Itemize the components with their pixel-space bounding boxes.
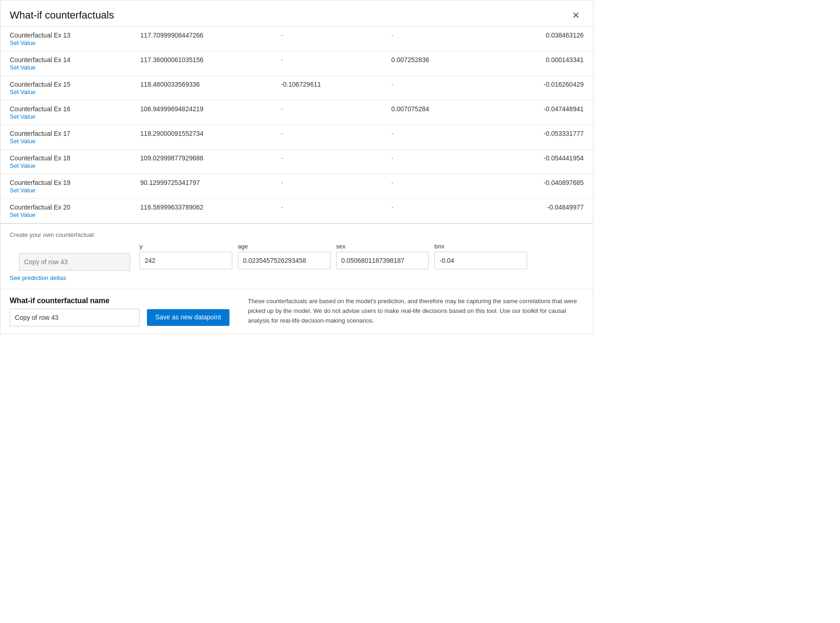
cf-col5: -0.047448941 — [492, 101, 593, 125]
field-label: y — [140, 243, 232, 250]
table-row: Counterfactual Ex 19 Set Value 90.129997… — [0, 174, 593, 199]
cf-col5: 0.000143341 — [492, 51, 593, 76]
field-label: bmi — [434, 243, 527, 250]
wif-name-input[interactable] — [10, 309, 140, 326]
name-save-row: Save as new datapoint — [10, 309, 229, 326]
save-button[interactable]: Save as new datapoint — [147, 309, 229, 326]
counterfactuals-table: Counterfactual Ex 13 Set Value 117.70999… — [0, 27, 593, 223]
cf-col5: -0.054441954 — [492, 150, 593, 174]
table-row: Counterfactual Ex 13 Set Value 117.70999… — [0, 27, 593, 51]
cf-col5: -0.04849977 — [492, 199, 593, 223]
cf-col5: 0.038463126 — [492, 27, 593, 51]
cf-col2: 116.58999633789062 — [131, 199, 272, 223]
cf-name-cell: Counterfactual Ex 17 Set Value — [0, 125, 131, 150]
cf-col3: -0.106729611 — [272, 76, 382, 101]
set-value-link[interactable]: Set Value — [10, 162, 35, 169]
set-value-link[interactable]: Set Value — [10, 89, 35, 95]
cf-col5: -0.053331777 — [492, 125, 593, 150]
field-label: age — [238, 243, 331, 250]
create-field-input[interactable] — [434, 252, 527, 269]
cf-col3: - — [272, 199, 382, 223]
cf-name-cell: Counterfactual Ex 16 Set Value — [0, 101, 131, 125]
cf-name: Counterfactual Ex 16 — [10, 105, 122, 113]
cf-col2: 117.70999908447266 — [131, 27, 272, 51]
cf-col3: - — [272, 174, 382, 199]
table-row: Counterfactual Ex 20 Set Value 116.58999… — [0, 199, 593, 223]
set-value-link[interactable]: Set Value — [10, 138, 35, 145]
cf-col3: - — [272, 27, 382, 51]
create-label: Create your own counterfactual: — [10, 231, 584, 238]
cf-col3: - — [272, 150, 382, 174]
cf-name: Counterfactual Ex 18 — [10, 154, 122, 162]
cf-name-cell: Counterfactual Ex 19 Set Value — [0, 174, 131, 199]
create-field-input[interactable] — [336, 252, 429, 269]
set-value-link[interactable]: Set Value — [10, 39, 35, 46]
cf-col4: - — [382, 150, 492, 174]
cf-col2: 118.29000091552734 — [131, 125, 272, 150]
panel-header: What-if counterfactuals ✕ — [0, 0, 593, 27]
panel-title: What-if counterfactuals — [10, 9, 114, 21]
create-field-col: y — [140, 243, 232, 269]
bottom-section: What-if counterfactual name Save as new … — [0, 289, 593, 334]
cf-name: Counterfactual Ex 14 — [10, 56, 122, 64]
cf-name: Counterfactual Ex 19 — [10, 179, 122, 186]
cf-col5: -0.016260429 — [492, 76, 593, 101]
cf-col3: - — [272, 125, 382, 150]
set-value-link[interactable]: Set Value — [10, 113, 35, 120]
name-col — [19, 243, 130, 271]
copy-row-name-input[interactable] — [19, 253, 130, 271]
cf-col4: 0.007252836 — [382, 51, 492, 76]
create-field-input[interactable] — [140, 252, 232, 269]
cf-col3: - — [272, 51, 382, 76]
cf-col4: - — [382, 76, 492, 101]
cf-col2: 109.02999877929688 — [131, 150, 272, 174]
see-prediction-link[interactable]: See prediction deltas — [10, 274, 584, 281]
wif-name-label: What-if counterfactual name — [10, 297, 229, 305]
create-field-input[interactable] — [238, 252, 331, 269]
cf-name-cell: Counterfactual Ex 15 Set Value — [0, 76, 131, 101]
cf-col5: -0.040897685 — [492, 174, 593, 199]
close-button[interactable]: ✕ — [568, 8, 584, 23]
cf-name-cell: Counterfactual Ex 20 Set Value — [0, 199, 131, 223]
create-section: Create your own counterfactual: y age se… — [0, 223, 593, 289]
create-field-col: age — [238, 243, 331, 269]
table-row: Counterfactual Ex 16 Set Value 106.94999… — [0, 101, 593, 125]
table-row: Counterfactual Ex 17 Set Value 118.29000… — [0, 125, 593, 150]
cf-col2: 106.94999694824219 — [131, 101, 272, 125]
set-value-link[interactable]: Set Value — [10, 64, 35, 71]
create-field-col: sex — [336, 243, 429, 269]
bottom-left: What-if counterfactual name Save as new … — [10, 297, 229, 326]
cf-name-cell: Counterfactual Ex 18 Set Value — [0, 150, 131, 174]
field-label: sex — [336, 243, 429, 250]
cf-col2: 90.12999725341797 — [131, 174, 272, 199]
cf-col4: - — [382, 27, 492, 51]
cf-name: Counterfactual Ex 15 — [10, 81, 122, 88]
disclaimer-text: These counterfactuals are based on the m… — [248, 297, 584, 325]
fields-row: y age sex bmi — [10, 243, 584, 271]
cf-col4: 0.007075284 — [382, 101, 492, 125]
create-field-col: bmi — [434, 243, 527, 269]
table-row: Counterfactual Ex 15 Set Value 118.48000… — [0, 76, 593, 101]
cf-col3: - — [272, 101, 382, 125]
cf-col4: - — [382, 125, 492, 150]
table-row: Counterfactual Ex 18 Set Value 109.02999… — [0, 150, 593, 174]
set-value-link[interactable]: Set Value — [10, 187, 35, 194]
cf-name: Counterfactual Ex 20 — [10, 203, 122, 211]
cf-name: Counterfactual Ex 13 — [10, 32, 122, 39]
cf-col4: - — [382, 174, 492, 199]
table-row: Counterfactual Ex 14 Set Value 117.36000… — [0, 51, 593, 76]
cf-name-cell: Counterfactual Ex 14 Set Value — [0, 51, 131, 76]
cf-col4: - — [382, 199, 492, 223]
cf-name: Counterfactual Ex 17 — [10, 130, 122, 137]
dynamic-fields: y age sex bmi — [140, 243, 527, 269]
cf-col2: 118.4800033569336 — [131, 76, 272, 101]
cf-col2: 117.36000061035156 — [131, 51, 272, 76]
what-if-panel: What-if counterfactuals ✕ Counterfactual… — [0, 0, 593, 334]
cf-name-cell: Counterfactual Ex 13 Set Value — [0, 27, 131, 51]
set-value-link[interactable]: Set Value — [10, 211, 35, 218]
